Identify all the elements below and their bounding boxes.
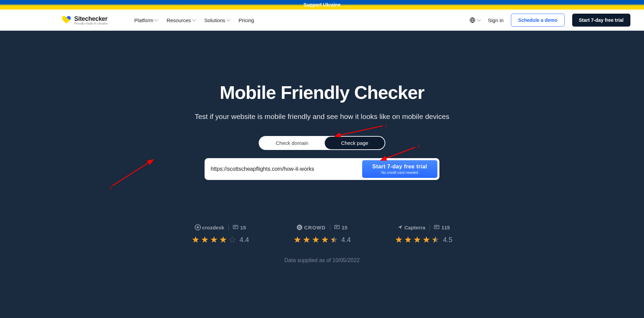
url-input-container: Start 7-day free trial No credit card ne… [205,158,439,180]
globe-icon [469,17,476,23]
check-domain-tab[interactable]: Check domain [259,137,325,149]
logo-name: Sitechecker [74,15,108,22]
main-header: Sitechecker Proudly made in Ukraine Plat… [0,10,644,31]
main-nav: Platform Resources Solutions Pricing [134,17,254,23]
page-subtitle: Test if your website is mobile friendly … [0,112,644,121]
hero-section: Mobile Friendly Checker Test if your web… [0,31,644,318]
data-supplied-note: Data supplied as of 10/05/2022 [0,257,644,263]
start-trial-cta-button[interactable]: Start 7-day free trial No credit card ne… [362,160,437,178]
annotation-1: 1 [385,123,387,128]
svg-text:G: G [299,226,301,229]
svg-rect-7 [434,225,439,229]
star-rating: ★★★★★ 4.4 [293,234,351,245]
chevron-down-icon [226,17,230,21]
crozdesk-rating[interactable]: crozdesk 15 ★★★★☆ 4.4 [192,224,249,245]
capterra-rating[interactable]: Capterra 115 ★★★★★ 4.5 [395,224,452,245]
cta-main-text: Start 7-day free trial [372,164,427,170]
language-selector[interactable] [469,17,480,23]
start-trial-button[interactable]: Start 7-day free trial [572,14,631,27]
chevron-down-icon [192,17,196,21]
schedule-demo-button[interactable]: Schedule a demo [511,14,564,27]
site-logo[interactable]: Sitechecker Proudly made in Ukraine [61,15,108,25]
page-title: Mobile Friendly Checker [0,82,644,103]
chat-icon [233,225,238,230]
banner-text: Support Ukraine [304,2,341,7]
svg-rect-3 [233,225,238,229]
logo-tagline: Proudly made in Ukraine [74,22,108,25]
cta-sub-text: No credit card needed [381,170,418,175]
check-mode-toggle: Check domain Check page [259,136,385,150]
chevron-down-icon [155,17,158,21]
nav-pricing[interactable]: Pricing [239,17,254,23]
g2crowd-rating[interactable]: G CROWD 15 ★★★★★ 4.4 [293,224,351,245]
chat-icon [434,225,439,230]
annotation-3: 3 [417,144,420,149]
nav-resources[interactable]: Resources [166,17,195,23]
svg-rect-6 [335,225,339,229]
heart-icon [61,16,71,24]
ukraine-banner[interactable]: Support Ukraine [0,0,644,10]
star-rating: ★★★★★ 4.5 [395,234,452,245]
check-page-tab[interactable]: Check page [325,137,385,149]
chat-icon [334,225,340,230]
star-rating: ★★★★☆ 4.4 [192,234,249,245]
capterra-icon [398,225,403,230]
annotation-2: 2 [110,185,112,191]
svg-point-2 [197,226,199,228]
crozdesk-icon [195,224,201,230]
ratings-row: crozdesk 15 ★★★★☆ 4.4 G CROWD [0,224,644,245]
url-input[interactable] [207,161,361,178]
sign-in-link[interactable]: Sign in [488,17,503,23]
g2-icon: G [296,224,303,230]
nav-solutions[interactable]: Solutions [204,17,230,23]
nav-platform[interactable]: Platform [134,17,158,23]
chevron-down-icon [477,17,481,21]
